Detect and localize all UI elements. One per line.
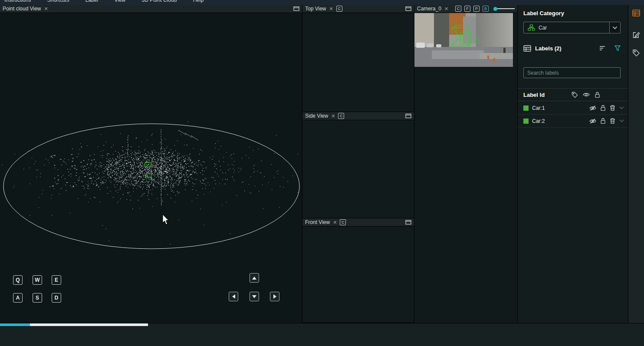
key-hint-q[interactable]: Q xyxy=(13,275,23,285)
chevron-down-icon[interactable] xyxy=(619,106,624,109)
label-category-title: Label Category xyxy=(523,10,564,16)
camera-image[interactable] xyxy=(414,13,513,67)
projection-views-column: Top View ✕ C Side View ✕ C xyxy=(302,5,414,323)
search-labels-input[interactable] xyxy=(523,67,621,78)
front-view-header: Front View ✕ C xyxy=(302,218,414,227)
arrow-down-icon xyxy=(252,295,256,298)
label-id-text: Car:2 xyxy=(532,118,545,124)
close-icon[interactable]: ✕ xyxy=(333,220,337,225)
camera-toggle-button[interactable]: C xyxy=(340,219,346,225)
lock-icon[interactable] xyxy=(600,118,606,124)
pointcloud-panel: Point cloud View ✕ Q W E A S D xyxy=(0,5,302,323)
pan-up-button[interactable] xyxy=(250,273,259,283)
pan-right-button[interactable] xyxy=(270,292,279,301)
popout-window-icon[interactable] xyxy=(405,220,411,225)
trash-icon[interactable] xyxy=(610,118,615,124)
frame-progress-track[interactable] xyxy=(0,323,148,326)
lock-icon[interactable] xyxy=(600,105,606,111)
close-icon[interactable]: ✕ xyxy=(444,7,448,11)
eye-icon[interactable] xyxy=(583,92,590,97)
labels-count-title: Labels (2) xyxy=(535,45,562,52)
close-icon[interactable]: ✕ xyxy=(44,7,48,11)
camera-panel-title: Camera_0 xyxy=(417,6,441,12)
menu-help[interactable]: Help xyxy=(193,0,204,3)
front-view-panel: Front View ✕ C xyxy=(302,218,414,323)
eye-off-icon[interactable] xyxy=(589,105,596,111)
menu-shortcuts[interactable]: Shortcuts xyxy=(47,0,69,3)
app-root: Instructions Shortcuts Label View 3D Poi… xyxy=(0,0,644,346)
label-id-header: Label Id xyxy=(523,92,545,98)
label-sidebar: Label Category Car Labels (2) Lab xyxy=(518,5,628,323)
slider-track xyxy=(497,8,515,9)
pointcloud-panel-title: Point cloud View xyxy=(3,6,41,12)
labels-section-header: Labels (2) xyxy=(523,43,622,53)
arrow-left-icon xyxy=(232,294,235,299)
pan-down-button[interactable] xyxy=(250,292,259,301)
label-row[interactable]: Car:1 xyxy=(518,102,628,115)
camera-panel-header: Camera_0 ✕ C F P B xyxy=(414,5,517,13)
arrow-up-icon xyxy=(252,277,256,280)
popout-window-icon[interactable] xyxy=(405,6,411,11)
camera-toggle-button[interactable]: C xyxy=(336,6,342,12)
frame-progress-fill xyxy=(0,323,30,326)
key-hint-a[interactable]: A xyxy=(13,293,23,303)
menu-3d-point-cloud[interactable]: 3D Point Cloud xyxy=(142,0,177,3)
side-view-title: Side View xyxy=(305,113,328,119)
camera-mode-c-button[interactable]: C xyxy=(455,6,461,12)
chevron-down-icon[interactable] xyxy=(609,22,620,33)
eye-off-icon[interactable] xyxy=(589,118,596,124)
key-hint-d[interactable]: D xyxy=(52,293,61,303)
key-hint-e[interactable]: E xyxy=(52,275,61,285)
label-color-swatch xyxy=(523,105,529,111)
category-icon xyxy=(528,24,535,31)
front-view-title: Front View xyxy=(305,219,330,225)
camera-mode-p-button[interactable]: P xyxy=(473,6,480,12)
menu-view[interactable]: View xyxy=(114,0,125,3)
label-id-header-row: Label Id xyxy=(518,88,628,101)
side-view-panel: Side View ✕ C xyxy=(302,112,414,218)
top-view-title: Top View xyxy=(305,6,326,12)
side-view-header: Side View ✕ C xyxy=(302,112,414,120)
popout-window-icon[interactable] xyxy=(293,6,299,11)
chevron-down-icon[interactable] xyxy=(619,119,624,122)
key-hint-w[interactable]: W xyxy=(33,275,42,285)
labels-panel-tool-icon[interactable] xyxy=(632,9,640,17)
camera-overlay-slider[interactable] xyxy=(493,7,515,11)
top-view-panel: Top View ✕ C xyxy=(302,5,414,112)
slider-handle[interactable] xyxy=(493,7,497,11)
close-icon[interactable]: ✕ xyxy=(331,114,335,119)
footer-bar: /10 xyxy=(0,323,644,346)
menu-label[interactable]: Label xyxy=(85,0,98,3)
edit-annotation-tool-icon[interactable] xyxy=(632,31,640,39)
top-view-header: Top View ✕ C xyxy=(302,5,414,13)
labels-table-icon xyxy=(523,45,531,52)
camera-mode-f-button[interactable]: F xyxy=(464,6,470,12)
close-icon[interactable]: ✕ xyxy=(329,7,333,11)
pan-left-button[interactable] xyxy=(229,292,238,301)
camera-mode-b-button[interactable]: B xyxy=(483,6,489,12)
category-selected-value: Car xyxy=(539,25,547,31)
menubar-items: Instructions Shortcuts Label View 3D Poi… xyxy=(0,0,644,3)
key-hint-s[interactable]: S xyxy=(33,293,42,303)
tag-icon[interactable] xyxy=(572,92,578,98)
pointcloud-panel-header: Point cloud View ✕ xyxy=(0,5,302,13)
label-category-select[interactable]: Car xyxy=(523,22,621,33)
label-color-swatch xyxy=(523,119,529,124)
label-id-text: Car:1 xyxy=(532,105,545,111)
camera-panel: Camera_0 ✕ C F P B xyxy=(414,5,518,323)
filter-icon[interactable] xyxy=(614,45,621,51)
camera-annotation-boxes xyxy=(414,13,513,67)
sort-icon[interactable] xyxy=(599,46,606,51)
arrow-right-icon xyxy=(273,294,276,299)
trash-icon[interactable] xyxy=(610,105,615,111)
pointcloud-viewport: Q W E A S D xyxy=(0,13,302,323)
popout-window-icon[interactable] xyxy=(405,113,411,119)
label-row[interactable]: Car:2 xyxy=(518,115,628,128)
camera-toggle-button[interactable]: C xyxy=(338,113,344,119)
menu-instructions[interactable]: Instructions xyxy=(4,0,31,3)
right-tool-strip xyxy=(628,5,644,323)
tag-tool-icon[interactable] xyxy=(632,49,640,57)
top-menubar: Instructions Shortcuts Label View 3D Poi… xyxy=(0,0,644,5)
lock-icon[interactable] xyxy=(595,92,600,98)
